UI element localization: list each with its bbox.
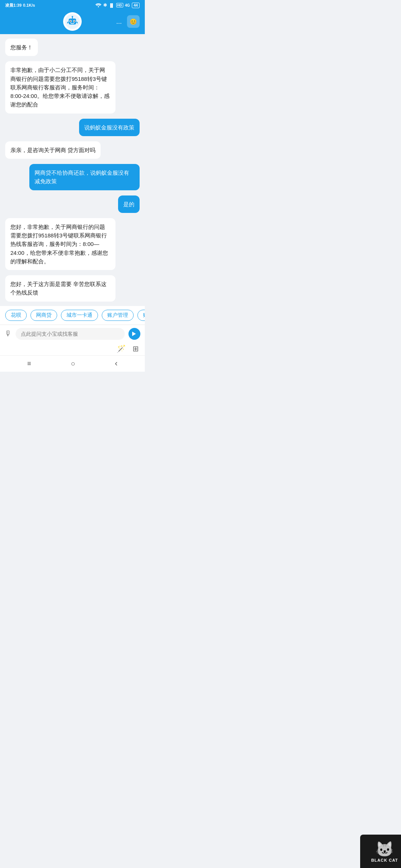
home-nav-icon[interactable]: ○ [71, 359, 75, 368]
message-text: 网商贷不给协商还款，说蚂蚁金服没有减免政策 [35, 170, 129, 184]
chat-input[interactable] [16, 328, 125, 340]
chip-citycard[interactable]: 城市一卡通 [61, 310, 98, 321]
toolbar-icons: 🪄 ⊞ [0, 343, 145, 355]
back-nav-icon[interactable]: ‹ [115, 359, 117, 368]
chip-huabei[interactable]: 花呗 [5, 310, 27, 321]
message-text: 您好，非常抱歉，关于网商银行的问题需要您拨打95188转3号键联系网商银行热线客… [10, 224, 108, 264]
nav-bar: ≡ ○ ‹ [0, 355, 145, 372]
message-text: 您好，关于这方面是需要 辛苦您联系这个热线反馈 [10, 281, 107, 296]
robot-avatar-svg [65, 14, 80, 29]
chip-wangshangdai[interactable]: 网商贷 [30, 310, 57, 321]
svg-point-6 [74, 21, 75, 22]
avatar [63, 12, 82, 31]
more-button[interactable]: ... [116, 18, 122, 26]
message-text: 亲亲，是咨询关于网商 贷方面对吗 [10, 147, 95, 153]
chip-account[interactable]: 账户 [137, 310, 145, 321]
time-label: 凌晨1:39 [5, 3, 22, 8]
mic-icon[interactable]: 🎙 [4, 329, 12, 338]
4g-icon: 4G [125, 3, 130, 7]
battery-label: 44 [132, 3, 140, 8]
svg-point-0 [98, 6, 99, 7]
status-bar: 凌晨1:39 0.1K/s ✻ ▐▌ HD 4G 44 [0, 0, 145, 10]
message-text: 您服务！ [10, 44, 33, 50]
grid-icon[interactable]: ⊞ [133, 344, 139, 353]
hd-icon: HD [116, 3, 123, 7]
chat-area: 您服务！ 非常抱歉，由于小二分工不同，关于网商银行的问题需要您拨打95188转3… [0, 34, 145, 306]
face-button[interactable]: 😊 [127, 15, 140, 28]
message-agent-4: 亲亲，是咨询关于网商 贷方面对吗 [5, 141, 101, 159]
header-controls: ... 😊 [116, 15, 140, 28]
message-user-3: 说蚂蚁金服没有政策 [79, 119, 140, 136]
status-left: 凌晨1:39 0.1K/s [5, 3, 35, 8]
message-user-6: 是的 [118, 195, 140, 213]
face-icon: 😊 [130, 18, 137, 25]
send-button[interactable] [128, 328, 140, 340]
header: ... 😊 [0, 10, 145, 34]
svg-point-8 [72, 16, 73, 17]
message-agent-2: 非常抱歉，由于小二分工不同，关于网商银行的问题需要您拨打95188转3号键联系网… [5, 61, 115, 113]
wifi-icon [95, 3, 101, 7]
speed-label: 0.1K/s [23, 3, 35, 7]
message-text: 非常抱歉，由于小二分工不同，关于网商银行的问题需要您拨打95188转3号键联系网… [10, 67, 110, 108]
svg-point-5 [70, 21, 71, 22]
message-agent-1: 您服务！ [5, 39, 38, 56]
wand-icon[interactable]: 🪄 [117, 344, 126, 353]
chip-account-manage[interactable]: 账户管理 [102, 310, 134, 321]
signal-icon: ▐▌ [109, 3, 114, 7]
message-text: 是的 [123, 201, 134, 207]
quick-reply-chips: 花呗 网商贷 城市一卡通 账户管理 账户 [0, 306, 145, 325]
menu-nav-icon[interactable]: ≡ [27, 360, 31, 368]
message-agent-8: 您好，关于这方面是需要 辛苦您联系这个热线反馈 [5, 275, 115, 302]
message-agent-7: 您好，非常抱歉，关于网商银行的问题需要您拨打95188转3号键联系网商银行热线客… [5, 218, 115, 270]
input-bar: 🎙 [0, 325, 145, 343]
bluetooth-icon: ✻ [103, 3, 107, 8]
status-right: ✻ ▐▌ HD 4G 44 [95, 3, 140, 8]
message-user-5: 网商贷不给协商还款，说蚂蚁金服没有减免政策 [29, 164, 140, 190]
message-text: 说蚂蚁金服没有政策 [84, 124, 134, 131]
